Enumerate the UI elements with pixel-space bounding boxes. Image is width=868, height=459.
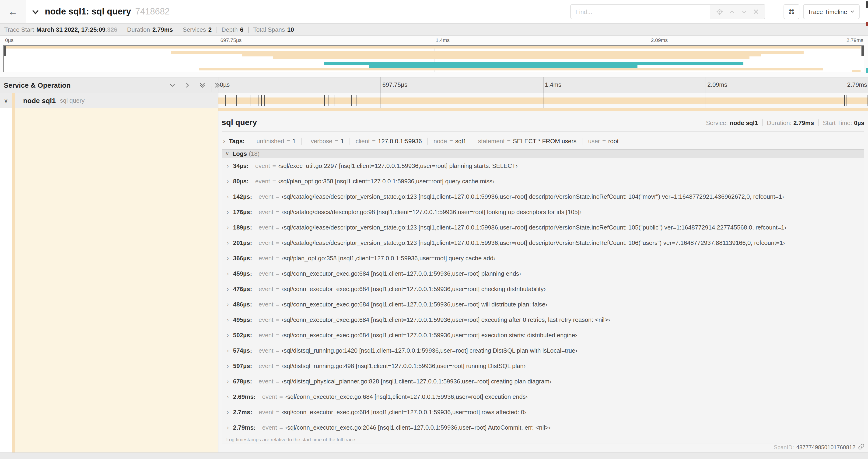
summary-value: 0µs [854,119,864,126]
tag-value: SELECT * FROM users [513,137,577,144]
log-chevron-icon: › [227,286,229,292]
log-marker-tick [236,95,237,106]
view-selector-button[interactable]: Trace Timeline [803,4,860,19]
span-detail-panel: sql query Service:node sql1Duration:2.79… [218,108,868,453]
log-field-value: ‹sql/catalog/lease/descriptor_version_st… [282,193,784,200]
summary-separator [762,120,763,126]
log-row[interactable]: ›678µs:event=‹sql/distsql_physical_plann… [222,374,864,389]
scrollbar-mark-dark [866,1,868,8]
log-row[interactable]: ›459µs:event=‹sql/conn_executor_exec.go:… [222,266,864,281]
minimap-ruler: 0µs697.75µs1.4ms2.09ms2.79ms [3,36,864,45]
log-row[interactable]: ›34µs:event=‹sql/exec_util.go:2297 [nsql… [222,158,864,173]
log-row[interactable]: ›366µs:event=‹sql/plan_opt.go:358 [nsql1… [222,251,864,266]
log-row[interactable]: ›201µs:event=‹sql/catalog/lease/descript… [222,235,864,251]
log-chevron-icon: › [227,347,229,354]
back-button[interactable]: ← [0,0,26,23]
log-equals: = [276,316,279,323]
keyboard-shortcuts-button[interactable]: ⌘ [783,4,799,19]
minimap-canvas[interactable] [3,45,864,72]
log-row[interactable]: ›2.7ms:event=‹sql/conn_executor_exec.go:… [222,404,864,420]
log-timestamp: 495µs: [233,316,252,323]
log-row[interactable]: ›176µs:event=‹sql/catalog/descs/descript… [222,204,864,220]
log-row[interactable]: ›2.79ms:event=‹sql/conn_executor_exec.go… [222,420,864,435]
log-row[interactable]: ›574µs:event=‹sql/distsql_running.go:142… [222,343,864,358]
log-chevron-icon: › [227,255,229,262]
ruler-tick-label: 697.75µs [382,81,408,88]
log-field-key: event [258,316,274,323]
log-timestamp: 176µs: [233,208,252,216]
log-marker-tick [251,95,251,106]
log-row[interactable]: ›486µs:event=‹sql/conn_executor_exec.go:… [222,297,864,312]
log-timestamp: 189µs: [233,224,252,231]
log-row[interactable]: ›476µs:event=‹sql/conn_executor_exec.go:… [222,281,864,297]
log-field-value: ‹sql/conn_executor_exec.go:684 [nsql1,cl… [282,332,577,339]
span-id-label: SpanID: [774,444,794,451]
logs-header[interactable]: ∨ Logs (18) [222,150,864,158]
log-field-value: ‹sql/catalog/lease/descriptor_version_st… [282,239,785,246]
tag-key: node [434,137,447,144]
log-row[interactable]: ›597µs:event=‹sql/distsql_running.go:498… [222,358,864,374]
log-row[interactable]: ›502µs:event=‹sql/conn_executor_exec.go:… [222,327,864,343]
tag-equals: = [507,137,510,144]
expand-one-icon[interactable] [184,81,191,89]
log-equals: = [276,208,279,216]
tags-list: _unfinished=1_verbose=1client=127.0.0.1:… [248,137,624,144]
log-field-key: event [262,393,277,400]
tag-item: _unfinished=1 [248,137,302,144]
log-row[interactable]: ›495µs:event=‹sql/conn_executor_exec.go:… [222,312,864,327]
log-row[interactable]: ›2.69ms:event=‹sql/conn_executor_exec.go… [222,389,864,404]
span-collapse-chevron-icon[interactable]: ∨ [4,97,8,104]
log-field-key: event [258,286,274,292]
collapse-all-icon[interactable] [199,81,206,89]
stat-item: Depth6 [221,26,243,33]
log-row[interactable]: ›189µs:event=‹sql/catalog/lease/descript… [222,220,864,235]
detail-accent-bar [218,108,868,111]
tag-key: user [588,137,600,144]
trace-id: 7418682 [135,6,170,17]
log-row[interactable]: ›142µs:event=‹sql/catalog/lease/descript… [222,189,864,204]
minimap-left-scrub-handle[interactable] [4,46,6,56]
back-arrow-icon: ← [8,7,18,16]
trace-title-text: node sql1: sql query [45,6,131,17]
locate-span-icon[interactable] [716,8,723,15]
stat-suffix: .326 [105,26,117,33]
log-marker-tick [351,95,352,106]
log-field-key: event [258,255,274,262]
timeline-gridline [380,77,381,108]
log-row[interactable]: ›80µs:event=‹sql/plan_opt.go:358 [nsql1,… [222,173,864,189]
span-color-stripe [12,93,15,108]
log-chevron-icon: › [227,193,229,200]
log-equals: = [276,301,279,308]
next-result-icon[interactable] [741,9,747,15]
summary-value: node sql1 [730,119,758,126]
tag-key: _verbose [307,137,332,144]
column-resize-handle[interactable] [211,86,213,92]
log-timestamp: 502µs: [233,332,252,339]
find-input[interactable] [571,5,710,19]
clear-find-icon[interactable] [753,9,759,14]
log-equals: = [276,408,280,416]
log-field-value: ‹sql/exec_util.go:2297 [nsql1,client=127… [278,162,518,169]
log-timestamp: 574µs: [233,347,252,354]
log-field-key: event [255,178,270,185]
logs-list: ›34µs:event=‹sql/exec_util.go:2297 [nsql… [222,158,864,435]
collapse-one-icon[interactable] [169,81,176,89]
tag-item: client=127.0.0.1:59936 [349,137,428,144]
timeline-gridline [543,77,544,108]
trace-timeline-page: ← node sql1: sql query 7418682 ⌘ Trace T… [0,0,868,459]
stat-separator [122,27,123,33]
trace-title-chevron-icon[interactable] [31,7,40,17]
span-row-name-cell[interactable]: ∨ node sql1 sql query [0,93,218,108]
minimap-right-scrub-handle[interactable] [862,46,864,56]
page-title: node sql1: sql query 7418682 [45,0,169,23]
span-id-row: SpanID: 4877749850101760812 [774,443,864,452]
log-equals: = [272,162,276,169]
tags-accordion[interactable]: › Tags: _unfinished=1_verbose=1client=12… [223,135,864,147]
log-marker-tick [375,95,376,106]
deep-link-icon[interactable] [856,444,864,451]
prev-result-icon[interactable] [729,9,735,15]
panel-divider[interactable] [218,77,218,453]
summary-separator [818,120,818,126]
log-chevron-icon: › [227,162,229,169]
stat-label: Total Spans [253,26,285,33]
